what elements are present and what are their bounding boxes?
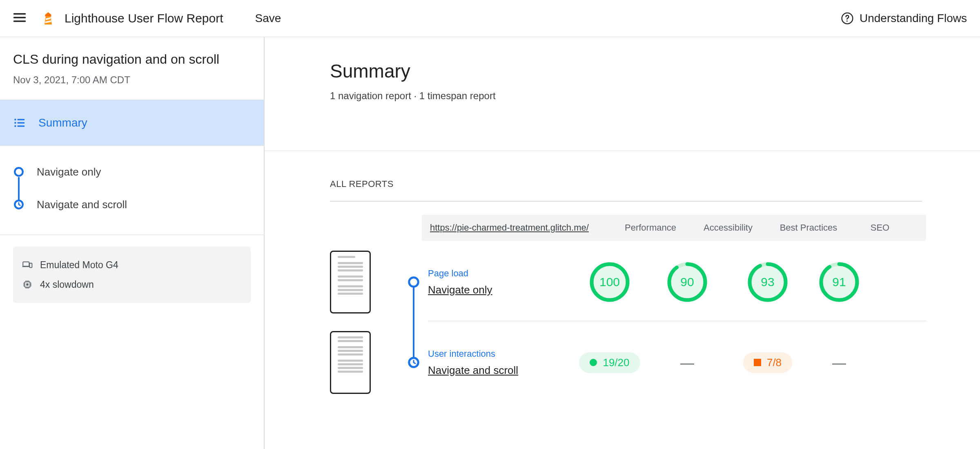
navigation-marker-icon [13, 167, 24, 177]
fraction-best-practices[interactable]: 7/8 [743, 352, 792, 373]
timespan-marker-icon [13, 199, 24, 210]
not-applicable: — [832, 355, 846, 371]
svg-rect-10 [23, 262, 29, 266]
cpu-icon [22, 279, 33, 290]
sidebar-item-summary[interactable]: Summary [0, 100, 264, 146]
topbar: Lighthouse User Flow Report Save Underst… [0, 0, 980, 37]
env-cpu: 4x slowdown [22, 275, 242, 294]
env-device: Emulated Moto G4 [22, 256, 242, 274]
row-step-link[interactable]: Navigate and scroll [428, 364, 571, 377]
divider [428, 321, 926, 321]
flow-date: Nov 3, 2021, 7:00 AM CDT [13, 74, 251, 86]
sidebar-steps: Navigate only Navigate and scroll [0, 146, 264, 235]
summary-label: Summary [38, 116, 87, 129]
svg-rect-5 [18, 122, 24, 123]
gauge-best-practices[interactable]: 93 [747, 262, 788, 302]
env-device-text: Emulated Moto G4 [40, 260, 118, 271]
svg-rect-7 [18, 125, 24, 127]
pass-dot-icon [590, 359, 597, 366]
table-header: https://pie-charmed-treatment.glitch.me/… [422, 215, 926, 241]
row-category: Page load [428, 268, 571, 279]
page-subtitle: 1 navigation report · 1 timespan report [330, 90, 980, 102]
svg-rect-14 [26, 283, 28, 285]
report-url[interactable]: https://pie-charmed-treatment.glitch.me/ [430, 222, 589, 233]
gauge-seo[interactable]: 91 [819, 262, 860, 302]
svg-rect-3 [18, 119, 24, 120]
svg-rect-12 [29, 263, 32, 268]
col-best-practices: Best Practices [780, 222, 837, 233]
app-title: Lighthouse User Flow Report [65, 11, 223, 25]
divider [330, 201, 922, 202]
env-cpu-text: 4x slowdown [40, 279, 94, 290]
gauge-performance[interactable]: 100 [589, 262, 630, 302]
screenshot-thumbnail [330, 331, 371, 394]
save-button[interactable]: Save [255, 12, 281, 25]
summary-list-icon [13, 116, 26, 129]
average-square-icon [754, 359, 761, 366]
col-performance: Performance [625, 222, 676, 233]
col-seo: SEO [871, 222, 889, 233]
gauge-accessibility[interactable]: 90 [667, 262, 708, 302]
lighthouse-logo-icon [41, 11, 56, 26]
svg-point-1 [846, 20, 848, 22]
menu-icon[interactable] [7, 5, 32, 31]
reports-table: https://pie-charmed-treatment.glitch.me/… [330, 215, 926, 394]
svg-point-4 [14, 122, 16, 123]
sidebar-header: CLS during navigation and on scroll Nov … [0, 37, 264, 100]
svg-point-6 [14, 125, 16, 127]
svg-rect-11 [22, 266, 30, 267]
row-category: User interactions [428, 349, 571, 359]
sidebar-step-label: Navigate only [37, 166, 101, 178]
page-title: Summary [330, 60, 980, 82]
not-applicable: — [680, 355, 694, 371]
environment-box: Emulated Moto G4 4x slowdown [13, 247, 251, 303]
svg-point-15 [409, 278, 419, 287]
help-link[interactable]: Understanding Flows [841, 12, 967, 25]
svg-point-8 [15, 168, 23, 176]
table-row: Page load Navigate only 100 90 93 91 [330, 251, 926, 313]
table-row: User interactions Navigate and scroll 19… [330, 331, 926, 394]
devices-icon [22, 260, 33, 270]
sidebar: CLS during navigation and on scroll Nov … [0, 37, 265, 449]
fraction-performance[interactable]: 19/20 [579, 352, 640, 373]
help-icon [841, 12, 854, 25]
col-accessibility: Accessibility [704, 222, 753, 233]
svg-point-2 [14, 118, 16, 120]
sidebar-step-navigate-only[interactable]: Navigate only [13, 156, 251, 188]
timespan-marker-icon [399, 331, 428, 394]
all-reports-label: ALL REPORTS [330, 179, 939, 189]
screenshot-thumbnail [330, 251, 371, 313]
sidebar-step-navigate-and-scroll[interactable]: Navigate and scroll [13, 188, 251, 221]
main-content: Summary 1 navigation report · 1 timespan… [265, 37, 980, 449]
flow-title: CLS during navigation and on scroll [13, 52, 251, 67]
row-step-link[interactable]: Navigate only [428, 284, 571, 296]
sidebar-step-label: Navigate and scroll [37, 198, 127, 211]
help-label: Understanding Flows [860, 12, 967, 25]
